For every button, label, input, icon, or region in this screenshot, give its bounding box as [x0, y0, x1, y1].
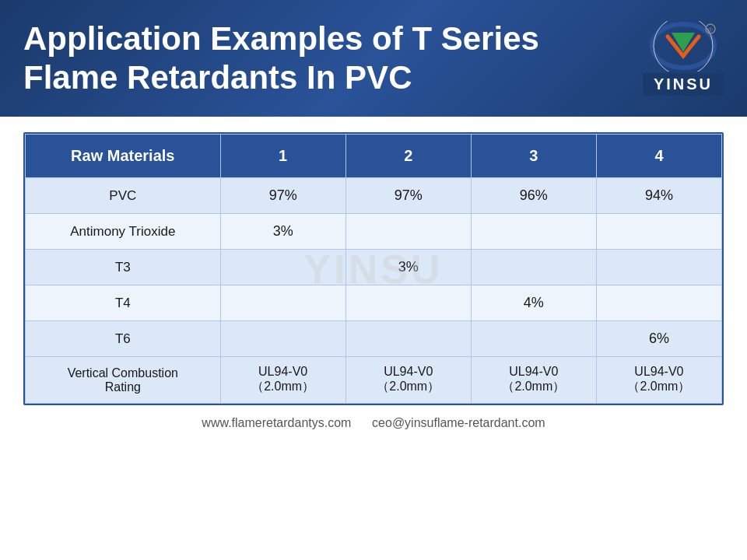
cell-pvc-label: PVC: [26, 178, 221, 214]
table-row: T6 6%: [26, 321, 722, 357]
col-header-3: 3: [471, 135, 596, 178]
svg-text:®: ®: [708, 26, 713, 33]
logo-text: YINSU: [654, 75, 713, 93]
cell-t6-1: [220, 321, 345, 357]
cell-t3-2: 3%: [345, 250, 471, 285]
cell-t4-1: [220, 285, 345, 321]
cell-antimony-1: 3%: [220, 214, 345, 250]
cell-pvc-3: 96%: [471, 178, 596, 214]
cell-t4-label: T4: [26, 285, 221, 321]
svg-marker-1: [672, 33, 695, 52]
table-row: Antimony Trioxide 3%: [26, 214, 722, 250]
cell-t4-4: [596, 285, 721, 321]
cell-t4-2: [345, 285, 471, 321]
footer: www.flameretardantys.com ceo@yinsuflame-…: [23, 405, 724, 430]
cell-rating-4: UL94-V0（2.0mm）: [596, 357, 721, 404]
table-row: PVC 97% 97% 96% 94%: [26, 178, 722, 214]
page-title: Application Examples of T Series Flame R…: [23, 19, 627, 98]
cell-rating-3: UL94-V0（2.0mm）: [471, 357, 596, 404]
footer-email: ceo@yinsuflame-retardant.com: [372, 416, 545, 429]
cell-t3-4: [596, 250, 721, 285]
table-row: Vertical CombustionRating UL94-V0（2.0mm）…: [26, 357, 722, 404]
cell-rating-label: Vertical CombustionRating: [26, 357, 221, 404]
data-table: Raw Materials 1 2 3 4 PVC 97% 97% 96% 94…: [25, 134, 722, 404]
data-table-wrapper: Raw Materials 1 2 3 4 PVC 97% 97% 96% 94…: [23, 132, 724, 405]
cell-t4-3: 4%: [471, 285, 596, 321]
cell-pvc-1: 97%: [220, 178, 345, 214]
table-container: YINSU Raw Materials 1 2 3 4 PVC 97% 97% …: [23, 132, 724, 405]
cell-t6-3: [471, 321, 596, 357]
col-header-2: 2: [345, 135, 471, 178]
cell-rating-1: UL94-V0（2.0mm）: [220, 357, 345, 404]
main-content: YINSU Raw Materials 1 2 3 4 PVC 97% 97% …: [0, 117, 747, 446]
cell-t3-label: T3: [26, 250, 221, 285]
table-header-row: Raw Materials 1 2 3 4: [26, 135, 722, 178]
logo: ® YINSU: [643, 21, 724, 96]
page-header: Application Examples of T Series Flame R…: [0, 0, 747, 117]
col-header-1: 1: [220, 135, 345, 178]
footer-website: www.flameretardantys.com: [202, 416, 351, 429]
cell-t3-3: [471, 250, 596, 285]
cell-t3-1: [220, 250, 345, 285]
cell-antimony-2: [345, 214, 471, 250]
table-row: T3 3%: [26, 250, 722, 285]
cell-pvc-4: 94%: [596, 178, 721, 214]
cell-rating-2: UL94-V0（2.0mm）: [345, 357, 471, 404]
cell-antimony-3: [471, 214, 596, 250]
cell-t6-label: T6: [26, 321, 221, 357]
cell-pvc-2: 97%: [345, 178, 471, 214]
col-header-4: 4: [596, 135, 721, 178]
table-row: T4 4%: [26, 285, 722, 321]
col-header-materials: Raw Materials: [26, 135, 221, 178]
cell-antimony-4: [596, 214, 721, 250]
cell-antimony-label: Antimony Trioxide: [26, 214, 221, 250]
cell-t6-2: [345, 321, 471, 357]
cell-t6-4: 6%: [596, 321, 721, 357]
logo-graphic: ®: [648, 21, 718, 72]
